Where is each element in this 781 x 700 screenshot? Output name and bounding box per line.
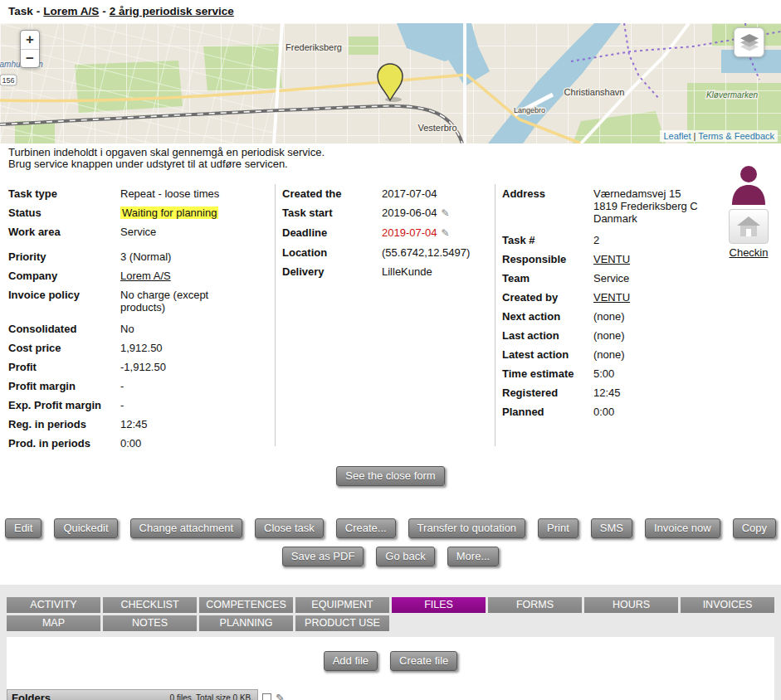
tab-product-use[interactable]: PRODUCT USE <box>295 615 389 631</box>
more-button[interactable]: More... <box>447 547 499 566</box>
planned-label: Planned <box>502 402 593 421</box>
zoom-in-button[interactable]: + <box>21 31 39 49</box>
column-divider <box>495 184 495 446</box>
tab-files[interactable]: FILES <box>392 597 486 613</box>
breadcrumb-company-link[interactable]: Lorem A/S <box>43 5 99 17</box>
invoice-policy-line2: products) <box>120 301 270 314</box>
task-start-value: 2019-06-04✎ <box>382 203 488 223</box>
deadline-value: 2019-07-04✎ <box>382 223 488 243</box>
close-task-button[interactable]: Close task <box>255 518 324 538</box>
sms-button[interactable]: SMS <box>591 518 632 538</box>
consolidated-row: Consolidated No <box>8 319 270 338</box>
prod-in-periods-label: Prod. in periods <box>8 434 120 453</box>
edit-pencil-icon[interactable]: ✎ <box>276 692 285 700</box>
cost-price-row: Cost price 1,912.50 <box>8 338 270 357</box>
see-close-form-button[interactable]: See the close form <box>336 466 444 486</box>
reg-in-periods-value: 12:45 <box>120 415 270 434</box>
page-root: Task-Lorem A/S-2 årig periodisk service <box>0 0 781 700</box>
registered-label: Registered <box>502 383 593 402</box>
zoom-out-button[interactable]: − <box>21 49 39 67</box>
transfer-to-quotation-button[interactable]: Transfer to quotation <box>408 518 525 538</box>
quickedit-button[interactable]: Quickedit <box>54 518 117 538</box>
status-row: Status Waiting for planning <box>8 203 270 222</box>
task-type-row: Task type Repeat - loose times <box>8 184 270 203</box>
status-badge: Waiting for planning <box>120 207 218 219</box>
select-all-checkbox[interactable] <box>262 693 271 700</box>
person-avatar-icon <box>729 163 769 205</box>
priority-label: Priority <box>8 247 120 266</box>
tab-notes[interactable]: NOTES <box>103 615 197 631</box>
add-file-button[interactable]: Add file <box>324 651 378 671</box>
invoice-now-button[interactable]: Invoice now <box>645 518 720 538</box>
reg-in-periods-row: Reg. in periods 12:45 <box>8 415 270 434</box>
exp-profit-margin-label: Exp. Profit margin <box>8 396 120 415</box>
task-number-value: 2 <box>593 231 720 250</box>
tab-hours[interactable]: HOURS <box>584 597 678 613</box>
map-road-badge: 156 <box>0 75 17 85</box>
task-number-row: Task # 2 <box>502 231 720 250</box>
tab-bar-row-1: ACTIVITY CHECKLIST COMPETENCES EQUIPMENT… <box>7 597 774 613</box>
leaflet-map[interactable]: 156 Frederiksberg Vesterbro Christiansha… <box>0 23 781 143</box>
map-label-christianshavn: Christianshavn <box>564 87 625 97</box>
tab-equipment[interactable]: EQUIPMENT <box>295 597 389 613</box>
delivery-value: LilleKunde <box>382 262 488 281</box>
created-by-link[interactable]: VENTU <box>593 291 630 304</box>
leaflet-link[interactable]: Leaflet <box>663 131 691 141</box>
latest-action-label: Latest action <box>502 345 593 364</box>
copy-button[interactable]: Copy <box>733 518 776 538</box>
next-action-row: Next action (none) <box>502 307 720 326</box>
address-row: Address Værnedamsvej 15 1819 Frederiksbe… <box>502 184 720 225</box>
company-label: Company <box>8 266 120 285</box>
team-row: Team Service <box>502 269 720 288</box>
map-attribution: Leaflet | Terms & Feedback <box>660 130 778 142</box>
change-attachment-button[interactable]: Change attachment <box>130 518 242 538</box>
edit-pencil-icon[interactable]: ✎ <box>442 207 450 219</box>
map-label-frederiksberg: Frederiksberg <box>286 42 342 52</box>
tab-forms[interactable]: FORMS <box>488 597 582 613</box>
tab-invoices[interactable]: INVOICES <box>681 597 774 613</box>
tab-map[interactable]: MAP <box>7 615 100 631</box>
terms-feedback-link[interactable]: Terms & Feedback <box>698 131 774 141</box>
print-button[interactable]: Print <box>538 518 578 538</box>
work-area-label: Work area <box>8 222 120 241</box>
invoice-policy-line1: No charge (except <box>120 289 270 301</box>
create-file-button[interactable]: Create file <box>390 651 457 671</box>
checkin-control: Checkin <box>724 209 774 260</box>
responsible-link[interactable]: VENTU <box>593 253 630 265</box>
svg-text:156: 156 <box>2 76 14 85</box>
time-estimate-label: Time estimate <box>502 364 593 383</box>
layers-control-button[interactable] <box>734 27 764 57</box>
cost-price-label: Cost price <box>8 338 120 357</box>
edit-pencil-icon[interactable]: ✎ <box>442 227 450 239</box>
checkin-button[interactable] <box>729 209 769 244</box>
priority-value: 3 (Normal) <box>120 247 270 266</box>
address-line3: Danmark <box>593 212 720 225</box>
go-back-button[interactable]: Go back <box>376 547 434 566</box>
breadcrumb-task-title-link[interactable]: 2 årig periodisk service <box>110 5 234 17</box>
task-start-date: 2019-06-04 <box>382 207 437 219</box>
tab-competences[interactable]: COMPETENCES <box>199 597 293 613</box>
save-as-pdf-button[interactable]: Save as PDF <box>282 547 364 566</box>
tab-planning[interactable]: PLANNING <box>199 615 293 631</box>
company-link[interactable]: Lorem A/S <box>120 270 171 282</box>
tab-bar-row-2: MAP NOTES PLANNING PRODUCT USE <box>7 615 774 631</box>
tab-checklist[interactable]: CHECKLIST <box>103 597 197 613</box>
edit-button[interactable]: Edit <box>5 518 41 538</box>
invoice-policy-label: Invoice policy <box>8 285 120 314</box>
files-summary: 0 files. Total size 0 KB. <box>170 693 253 700</box>
last-action-label: Last action <box>502 326 593 345</box>
next-action-value: (none) <box>593 307 720 326</box>
team-value: Service <box>593 269 720 288</box>
create-button[interactable]: Create... <box>336 518 396 538</box>
exp-profit-margin-row: Exp. Profit margin - <box>8 396 270 415</box>
task-description: Turbinen indeholdt i opgaven skal gennem… <box>8 147 325 170</box>
task-type-label: Task type <box>8 184 120 203</box>
exp-profit-margin-value: - <box>120 396 270 415</box>
checkin-link[interactable]: Checkin <box>730 246 769 259</box>
location-label: Location <box>282 243 382 262</box>
next-action-label: Next action <box>502 307 593 326</box>
delivery-row: Delivery LilleKunde <box>282 262 488 281</box>
task-type-value: Repeat - loose times <box>120 184 270 203</box>
tab-activity[interactable]: ACTIVITY <box>7 597 100 613</box>
invoice-policy-row: Invoice policy No charge (except product… <box>8 285 270 314</box>
